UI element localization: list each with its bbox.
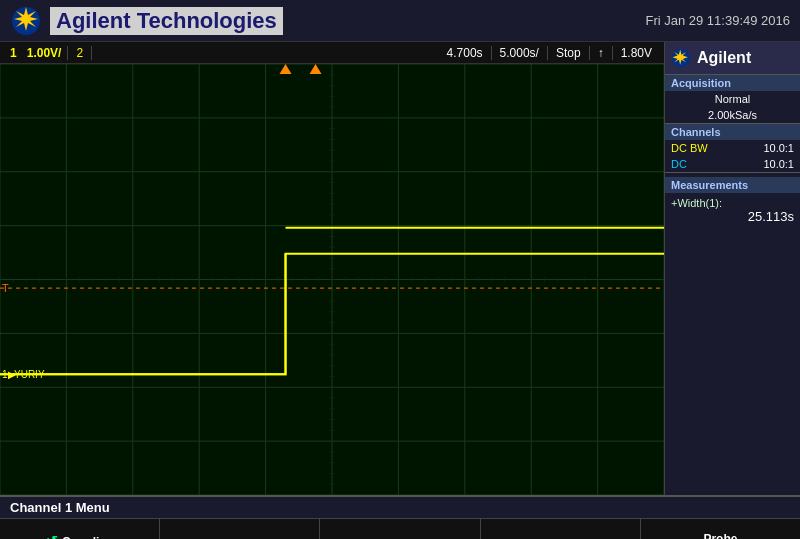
right-panel: Agilent Acquisition Normal 2.00kSa/s Cha…: [664, 42, 800, 495]
invert-button[interactable]: Invert: [481, 519, 641, 539]
ch1-scale-label: 1 1.00V/: [4, 46, 68, 60]
measurements-section: Measurements +Width(1): 25.113s: [665, 173, 800, 228]
meas1-name: +Width(1):: [671, 197, 794, 209]
coupling-icon-wrapper: ↺ Coupling: [45, 532, 114, 539]
main-area: 1 1.00V/ 2 4.700s 5.000s/ Stop ↑ 1.80V A…: [0, 42, 800, 495]
acquisition-title: Acquisition: [665, 75, 800, 91]
waveform-display: [0, 64, 664, 495]
agilent-logo: [10, 5, 42, 37]
right-agilent-label: Agilent: [697, 49, 751, 67]
time-delay: 4.700s: [439, 46, 492, 60]
ch1-num: 1: [10, 46, 17, 60]
acq-rate: 2.00kSa/s: [708, 109, 757, 121]
measurements-title: Measurements: [665, 177, 800, 193]
bottom-section: Channel 1 Menu ↺ Coupling DC BW Limit Fi…: [0, 495, 800, 539]
ch1-scale: 1.00V/: [27, 46, 62, 60]
trigger-mode: Stop: [548, 46, 590, 60]
top-info-bar: 1 1.00V/ 2 4.700s 5.000s/ Stop ↑ 1.80V: [0, 42, 664, 64]
trigger-arrow: ↑: [590, 46, 613, 60]
soft-buttons-row: ↺ Coupling DC BW Limit Fine Invert Probe…: [0, 519, 800, 539]
probe-button[interactable]: Probe ▼: [641, 519, 800, 539]
ch1-coupling-label: DC BW: [671, 142, 708, 154]
acq-mode-row: Normal: [665, 91, 800, 107]
channels-title: Channels: [665, 124, 800, 140]
time-scale: 5.000s/: [492, 46, 548, 60]
ch2-probe-value: 10.0:1: [763, 158, 794, 170]
acq-mode: Normal: [715, 93, 750, 105]
scope-display: 1 1.00V/ 2 4.700s 5.000s/ Stop ↑ 1.80V: [0, 42, 664, 495]
agilent-small-logo: [671, 48, 691, 68]
probe-label: Probe: [703, 532, 737, 540]
ch1-probe-value: 10.0:1: [763, 142, 794, 154]
coupling-button[interactable]: ↺ Coupling DC: [0, 519, 160, 539]
right-panel-header: Agilent: [665, 42, 800, 75]
header-left: Agilent Technologies: [10, 5, 283, 37]
header: Agilent Technologies Fri Jan 29 11:39:49…: [0, 0, 800, 42]
coupling-arrow-icon: ↺: [45, 532, 58, 539]
waveform-canvas: [0, 64, 664, 495]
acquisition-section: Acquisition Normal 2.00kSa/s: [665, 75, 800, 124]
acq-rate-row: 2.00kSa/s: [665, 107, 800, 123]
bwlimit-button[interactable]: BW Limit: [160, 519, 320, 539]
ch2-num: 2: [68, 46, 92, 60]
coupling-label: Coupling: [62, 535, 114, 540]
channel-menu-title: Channel 1 Menu: [10, 500, 110, 515]
ch2-row: DC 10.0:1: [665, 156, 800, 172]
datetime: Fri Jan 29 11:39:49 2016: [645, 13, 790, 28]
company-name: Agilent Technologies: [50, 7, 283, 35]
channel-menu-row: Channel 1 Menu: [0, 497, 800, 519]
ch1-row: DC BW 10.0:1: [665, 140, 800, 156]
fine-button[interactable]: Fine: [320, 519, 480, 539]
ch2-coupling-label: DC: [671, 158, 687, 170]
channels-section: Channels DC BW 10.0:1 DC 10.0:1: [665, 124, 800, 173]
trig-voltage: 1.80V: [613, 46, 660, 60]
meas1-value: 25.113s: [671, 209, 794, 224]
